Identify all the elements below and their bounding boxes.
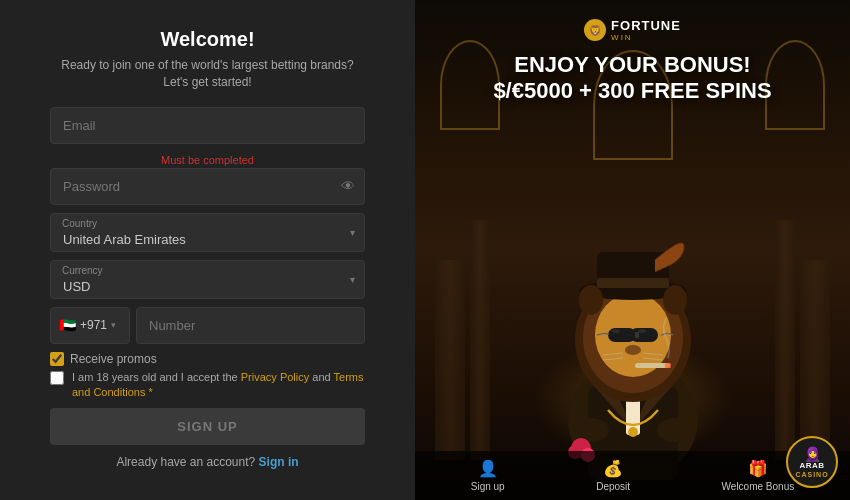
email-group [50,107,365,144]
phone-row: 🇦🇪 +971 ▾ [50,307,365,344]
email-error: Must be completed [161,154,254,166]
promo-banner: 🦁 FORTUNE WIN ENJOY YOUR BONUS! $/€5000 … [415,0,850,500]
pillar-mid-right [775,220,795,460]
deposit-icon: 💰 [603,459,623,478]
welcome-title: Welcome! [160,28,254,51]
nav-item-welcome-bonus[interactable]: 🎁 Welcome Bonus [722,459,795,492]
bonus-line1: ENJOY YOUR BONUS! [493,52,771,78]
email-input[interactable] [50,107,365,144]
arab-casino-logo: 🧕 ARAB CASINO [786,436,838,488]
lion-illustration [513,200,753,460]
svg-point-14 [638,329,646,333]
privacy-policy-link[interactable]: Privacy Policy [241,371,309,383]
uae-flag-icon: 🇦🇪 [59,317,76,333]
already-account-text: Already have an account? [116,455,255,469]
lion-svg [513,200,753,480]
svg-point-28 [663,285,687,315]
welcome-bonus-icon: 🎁 [748,459,768,478]
pillar-right [800,260,830,460]
svg-point-27 [579,285,603,315]
terms-row: I am 18 years old and I accept the Priva… [50,370,365,401]
login-row: Already have an account? Sign in [116,455,298,469]
phone-code-text: +971 [80,318,107,332]
toggle-password-icon[interactable]: 👁 [341,178,355,194]
svg-point-26 [657,418,693,442]
arab-casino-casino-text: CASINO [795,471,828,478]
nav-item-signup[interactable]: 👤 Sign up [471,459,505,492]
svg-rect-21 [665,363,671,368]
phone-code-selector[interactable]: 🇦🇪 +971 ▾ [50,307,130,344]
terms-text-1: I am 18 years old and I accept the [72,371,241,383]
bonus-line2: $/€5000 + 300 FREE SPINS [493,78,771,104]
fortune-logo-name: FORTUNE [611,18,681,33]
welcome-bonus-nav-label: Welcome Bonus [722,481,795,492]
fortune-logo: 🦁 FORTUNE WIN [584,18,681,42]
fortune-logo-text-group: FORTUNE WIN [611,18,681,42]
welcome-subtitle: Ready to join one of the world's largest… [50,57,365,91]
bonus-headline: ENJOY YOUR BONUS! $/€5000 + 300 FREE SPI… [483,52,781,105]
svg-rect-12 [635,332,639,338]
promos-row: Receive promos [50,352,365,366]
password-input[interactable] [50,168,365,205]
promos-label: Receive promos [70,352,157,366]
svg-point-3 [628,427,638,437]
sign-in-link[interactable]: Sign in [259,455,299,469]
terms-checkbox[interactable] [50,371,64,385]
currency-select[interactable]: USD EUR GBP AED [50,260,365,299]
banner-bottom-nav: 👤 Sign up 💰 Deposit 🎁 Welcome Bonus [415,451,850,500]
promos-checkbox[interactable] [50,352,64,366]
signup-icon: 👤 [478,459,498,478]
signup-nav-label: Sign up [471,481,505,492]
phone-number-input[interactable] [136,307,365,344]
deposit-nav-label: Deposit [596,481,630,492]
arab-casino-circle: 🧕 ARAB CASINO [786,436,838,488]
svg-point-13 [612,329,620,333]
svg-point-15 [625,345,641,355]
registration-panel: Welcome! Ready to join one of the world'… [0,0,415,500]
pillar-left [435,260,465,460]
nav-item-deposit[interactable]: 💰 Deposit [596,459,630,492]
country-group: Country United Arab Emirates United Stat… [50,213,365,252]
pillar-mid-left [470,220,490,460]
password-group: 👁 [50,168,365,205]
fortune-logo-icon: 🦁 [584,19,606,41]
svg-rect-9 [597,278,669,288]
country-select[interactable]: United Arab Emirates United States Unite… [50,213,365,252]
arab-casino-figure-icon: 🧕 [804,446,821,462]
fortune-logo-sub: WIN [611,33,681,42]
terms-text-2: and [309,371,333,383]
sign-up-button[interactable]: SIGN UP [50,408,365,445]
currency-group: Currency USD EUR GBP AED ▾ [50,260,365,299]
arab-casino-text: ARAB [799,462,824,471]
svg-rect-20 [635,363,670,368]
terms-text: I am 18 years old and I accept the Priva… [72,370,365,401]
phone-code-chevron-icon: ▾ [111,320,116,330]
promos-checkbox-wrapper: Receive promos [50,352,157,366]
